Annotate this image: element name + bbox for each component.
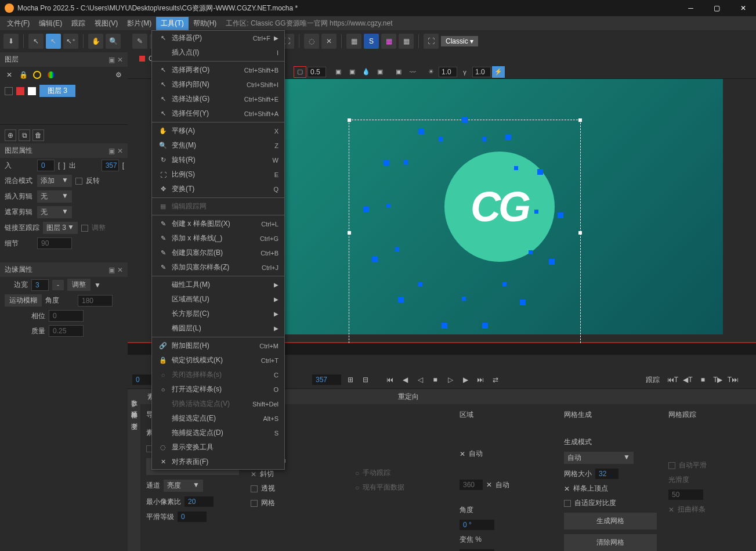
duplicate-layer-icon[interactable]: ⧉ bbox=[19, 129, 30, 141]
matte-clip-dropdown[interactable]: 无▼ bbox=[37, 206, 72, 218]
in-bracket-left[interactable]: [ bbox=[58, 161, 60, 170]
bounding-icon[interactable]: ⛶ bbox=[424, 34, 439, 49]
grid-size-value[interactable]: 32 bbox=[595, 469, 618, 479]
context-menu-item[interactable]: ↖选择器(P)Ctrl+F▶ bbox=[152, 31, 284, 45]
layer-matte-color[interactable] bbox=[28, 87, 36, 95]
menu-tool[interactable]: 工具(T) bbox=[156, 17, 188, 30]
motion-blur-btn[interactable]: 运动模糊 bbox=[5, 294, 42, 307]
zoom-tool[interactable]: 🔍 bbox=[106, 34, 121, 49]
vt-gamma-icon[interactable]: γ bbox=[458, 66, 471, 78]
goto-start-icon[interactable]: ⏮ bbox=[384, 374, 396, 386]
context-menu-item[interactable]: ✥变换(T)Q bbox=[152, 182, 284, 196]
out-value[interactable]: 357 bbox=[102, 160, 119, 171]
out-bracket-left[interactable]: [ bbox=[122, 161, 124, 170]
context-menu-item[interactable]: 🔗附加图层(H)Ctrl+M bbox=[152, 338, 284, 353]
spline-point[interactable] bbox=[439, 137, 443, 141]
spline-point[interactable] bbox=[462, 297, 466, 301]
spline-point[interactable] bbox=[514, 166, 518, 170]
context-menu-item[interactable]: 区域画笔(U)▶ bbox=[152, 292, 284, 307]
track-back-all-icon[interactable]: ⏮T bbox=[667, 374, 678, 386]
maximize-button[interactable]: ▢ bbox=[704, 0, 730, 16]
in-bracket-right[interactable]: ] bbox=[63, 161, 65, 170]
add-point-tool[interactable]: ↖⁺ bbox=[63, 34, 78, 49]
clear-grid-button[interactable]: 清除网格 bbox=[564, 534, 657, 551]
context-menu-item[interactable]: ✕对齐表面(F) bbox=[152, 455, 284, 469]
phase-value[interactable]: 0 bbox=[49, 310, 84, 322]
gen-grid-button[interactable]: 生成网格 bbox=[564, 513, 657, 530]
context-menu-item[interactable]: 拖捕捉选定点(D)S bbox=[152, 426, 284, 440]
spline-point[interactable] bbox=[534, 210, 538, 214]
context-menu-item[interactable]: ↖选择两者(O)Ctrl+Shift+B bbox=[152, 63, 284, 77]
spline-point[interactable] bbox=[418, 128, 424, 134]
stop-icon[interactable]: ■ bbox=[429, 374, 441, 386]
vt-proxy-icon[interactable]: ⚡ bbox=[492, 66, 505, 78]
spline-point[interactable] bbox=[404, 160, 408, 164]
track-stop-icon[interactable]: ■ bbox=[697, 374, 708, 386]
menu-file[interactable]: 文件(F) bbox=[2, 17, 34, 30]
track-fwd-icon[interactable]: T▶ bbox=[712, 374, 724, 386]
props-collapse-icon[interactable]: ▣ bbox=[108, 147, 115, 155]
spline-point[interactable] bbox=[558, 213, 563, 218]
play-back-icon[interactable]: ◀ bbox=[399, 374, 411, 386]
context-menu-item[interactable]: ↖选择内部(N)Ctrl+Shift+I bbox=[152, 77, 284, 92]
edge-adjust[interactable]: 调整 bbox=[67, 279, 91, 291]
vt-bright-icon[interactable]: ☀ bbox=[425, 66, 437, 78]
edge-width-value[interactable]: 3 bbox=[31, 279, 49, 291]
save-icon[interactable]: ⬇ bbox=[3, 34, 19, 49]
in-value[interactable]: 0 bbox=[37, 160, 55, 171]
spline-point[interactable] bbox=[505, 134, 511, 140]
layer-name-label[interactable]: 图层 3 bbox=[39, 85, 75, 97]
layer-visibility-icon[interactable]: ✕ bbox=[5, 70, 14, 80]
zoom-out-icon[interactable]: ⊟ bbox=[360, 374, 371, 386]
angle-360[interactable]: 360 bbox=[460, 480, 483, 490]
spline-point[interactable] bbox=[363, 207, 369, 213]
spline-point[interactable] bbox=[502, 282, 507, 286]
layers-close-icon[interactable]: ✕ bbox=[117, 56, 123, 64]
edge-collapse-icon[interactable]: ▣ bbox=[108, 266, 115, 274]
menu-track[interactable]: 跟踪 bbox=[67, 17, 90, 30]
step-back-icon[interactable]: ◁ bbox=[414, 374, 426, 386]
trace-icon[interactable]: ▦ bbox=[399, 34, 414, 49]
mesh-checkbox[interactable] bbox=[251, 500, 258, 507]
insert-clip-dropdown[interactable]: 无▼ bbox=[37, 190, 72, 203]
vt-view2-icon[interactable]: ▣ bbox=[346, 66, 359, 78]
vt-picker-icon[interactable]: 💧 bbox=[360, 66, 372, 78]
persp-checkbox[interactable] bbox=[251, 485, 258, 492]
align-surface[interactable]: ✕ bbox=[321, 34, 337, 49]
play-fwd-icon[interactable]: ▶ bbox=[460, 374, 471, 386]
invert-checkbox[interactable] bbox=[75, 178, 82, 185]
context-menu-item[interactable]: ✎创建贝塞尔层(B)Ctrl+B bbox=[152, 246, 284, 260]
vt-rgb-icon[interactable]: ▣ bbox=[374, 66, 386, 78]
track-back-icon[interactable]: ◀T bbox=[682, 374, 693, 386]
edge-minus[interactable]: - bbox=[52, 280, 64, 290]
menu-help[interactable]: 帮助(H) bbox=[189, 17, 222, 30]
layer-color1-icon[interactable] bbox=[32, 70, 42, 80]
spline-point[interactable] bbox=[482, 137, 486, 141]
pointer-tool[interactable]: ↖ bbox=[28, 34, 44, 49]
vtab-curve[interactable]: 渐变 bbox=[128, 412, 140, 424]
delete-layer-icon[interactable]: 🗑 bbox=[32, 129, 44, 141]
context-menu-item[interactable]: 长方形层(C)▶ bbox=[152, 307, 284, 321]
viewport-canvas[interactable]: CG bbox=[276, 79, 723, 334]
spline-point[interactable] bbox=[386, 204, 390, 208]
vt-view1-icon[interactable]: ▣ bbox=[332, 66, 345, 78]
layers-collapse-icon[interactable]: ▣ bbox=[108, 56, 115, 64]
layer-spline-color[interactable] bbox=[16, 87, 24, 95]
spline-point[interactable] bbox=[384, 160, 389, 166]
link-track-dropdown[interactable]: 图层 3▼ bbox=[43, 222, 78, 234]
spline-point[interactable] bbox=[398, 297, 404, 302]
menu-edit[interactable]: 编辑(E) bbox=[34, 17, 67, 30]
spline-point[interactable] bbox=[537, 169, 543, 175]
context-menu-item[interactable]: ↻旋转(R)W bbox=[152, 153, 284, 167]
vt-overlay-icon[interactable]: ▢ bbox=[294, 66, 306, 78]
context-menu-item[interactable]: 🔍变焦(M)Z bbox=[152, 138, 284, 153]
edge-close-icon[interactable]: ✕ bbox=[117, 266, 123, 274]
frame-current[interactable]: 357 bbox=[312, 374, 341, 385]
link-adj-checkbox[interactable] bbox=[81, 225, 88, 232]
angle-value[interactable]: 180 bbox=[78, 295, 113, 307]
track-fwd-all-icon[interactable]: T⏭ bbox=[727, 374, 739, 386]
layer-row[interactable]: 图层 3 bbox=[0, 83, 128, 99]
layer-lock-icon[interactable]: 🔒 bbox=[19, 70, 28, 80]
loop-icon[interactable]: ⇄ bbox=[490, 374, 501, 386]
context-menu-item[interactable]: ◌显示变换工具 bbox=[152, 440, 284, 455]
